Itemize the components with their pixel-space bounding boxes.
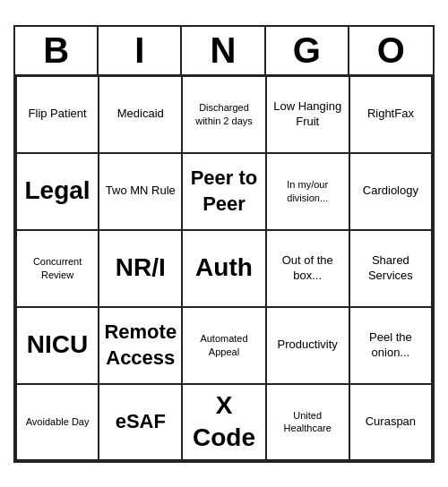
bingo-cell-13: Out of the box... — [266, 230, 349, 307]
bingo-cell-8: In my/our division... — [266, 153, 349, 230]
bingo-cell-12: Auth — [182, 230, 265, 307]
bingo-cell-21: eSAF — [99, 384, 182, 461]
bingo-cell-10: Concurrent Review — [15, 230, 99, 307]
bingo-cell-20: Avoidable Day — [15, 384, 99, 461]
bingo-header: BINGO — [15, 27, 433, 76]
bingo-cell-4: RightFax — [349, 76, 433, 153]
header-letter-o: O — [349, 27, 433, 74]
bingo-cell-24: Curaspan — [349, 384, 433, 461]
header-letter-n: N — [182, 27, 265, 74]
bingo-cell-17: Automated Appeal — [182, 307, 265, 384]
bingo-cell-0: Flip Patient — [15, 76, 99, 153]
bingo-grid: Flip PatientMedicaidDischarged within 2 … — [15, 76, 433, 461]
bingo-cell-19: Peel the onion... — [349, 307, 433, 384]
bingo-cell-2: Discharged within 2 days — [182, 76, 265, 153]
bingo-cell-9: Cardiology — [349, 153, 433, 230]
header-letter-i: I — [99, 27, 182, 74]
header-letter-b: B — [15, 27, 99, 74]
bingo-cell-22: X Code — [182, 384, 265, 461]
bingo-cell-6: Two MN Rule — [99, 153, 182, 230]
bingo-cell-11: NR/I — [99, 230, 182, 307]
bingo-cell-1: Medicaid — [99, 76, 182, 153]
bingo-cell-5: Legal — [15, 153, 99, 230]
bingo-cell-18: Productivity — [266, 307, 349, 384]
bingo-cell-15: NICU — [15, 307, 99, 384]
bingo-cell-7: Peer to Peer — [182, 153, 265, 230]
bingo-cell-3: Low Hanging Fruit — [266, 76, 349, 153]
header-letter-g: G — [266, 27, 349, 74]
bingo-card: BINGO Flip PatientMedicaidDischarged wit… — [13, 25, 435, 463]
bingo-cell-16: Remote Access — [99, 307, 182, 384]
bingo-cell-23: United Healthcare — [266, 384, 349, 461]
bingo-cell-14: Shared Services — [349, 230, 433, 307]
